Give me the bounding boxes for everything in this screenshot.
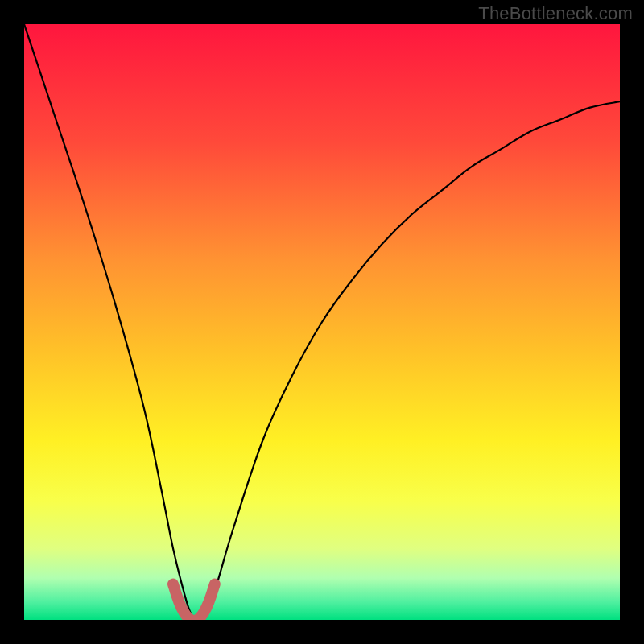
chart-curves [24,24,620,620]
chart-frame: TheBottleneck.com [0,0,644,644]
plot-area [24,24,620,620]
curve-highlight [173,584,215,620]
watermark-text: TheBottleneck.com [478,3,633,24]
curve-main [24,24,620,620]
